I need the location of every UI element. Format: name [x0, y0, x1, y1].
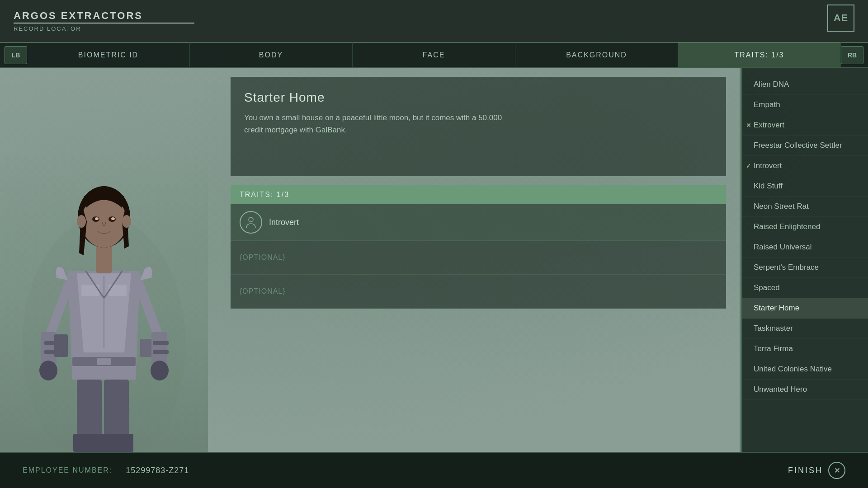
bottom-bar: EMPLOYEE NUMBER: 15299783-Z271 FINISH ✕ [0, 452, 868, 488]
sidebar-item-raised-enlightened[interactable]: Raised Enlightened [742, 217, 868, 237]
taskmaster-label: Taskmaster [754, 324, 793, 333]
finish-label: FINISH [788, 466, 823, 475]
trait-slot-2[interactable]: {OPTIONAL} [231, 241, 726, 275]
ae-logo: AE [827, 5, 854, 32]
svg-point-20 [111, 217, 115, 220]
sidebar-item-empath[interactable]: Empath [742, 95, 868, 115]
unwanted-hero-label: Unwanted Hero [754, 385, 807, 394]
raised-enlightened-label: Raised Enlightened [754, 222, 820, 231]
raised-universal-label: Raised Universal [754, 243, 812, 252]
svg-rect-3 [73, 434, 105, 452]
svg-point-31 [249, 217, 253, 222]
svg-point-21 [77, 215, 86, 228]
sidebar-item-extrovert[interactable]: ✕ Extrovert [742, 115, 868, 136]
sidebar-item-neon-street-rat[interactable]: Neon Street Rat [742, 197, 868, 217]
trait-title: Starter Home [244, 90, 712, 105]
united-colonies-label: United Colonies Native [754, 365, 832, 374]
serpents-embrace-label: Serpent's Embrace [754, 263, 819, 272]
rb-button[interactable]: RB [841, 46, 863, 64]
sidebar-item-introvert[interactable]: ✓ Introvert [742, 156, 868, 176]
main-content: Starter Home You own a small house on a … [0, 68, 868, 452]
spaced-label: Spaced [754, 283, 780, 292]
trait-slot-1-name: Introvert [269, 218, 299, 227]
sidebar-item-alien-dna[interactable]: Alien DNA [742, 75, 868, 95]
header-left: ARGOS EXTRACTORS RECORD LOCATOR [14, 10, 194, 32]
sidebar-item-raised-universal[interactable]: Raised Universal [742, 237, 868, 258]
lb-button[interactable]: LB [5, 46, 27, 64]
trait-slot-3[interactable]: {OPTIONAL} [231, 275, 726, 309]
svg-point-19 [95, 217, 99, 220]
header-bar: ARGOS EXTRACTORS RECORD LOCATOR AE [0, 0, 868, 43]
neon-street-rat-label: Neon Street Rat [754, 202, 809, 211]
finish-icon-circle: ✕ [828, 462, 845, 479]
traits-section: TRAITS: 1/3 Introvert {OPTIONAL} [231, 185, 726, 309]
starter-home-label: Starter Home [754, 304, 799, 313]
svg-point-13 [151, 361, 169, 380]
svg-rect-30 [153, 350, 169, 354]
sidebar-item-terra-firma[interactable]: Terra Firma [742, 339, 868, 359]
svg-rect-4 [102, 434, 133, 452]
svg-point-22 [122, 215, 131, 228]
sidebar-item-starter-home[interactable]: Starter Home [742, 298, 868, 319]
kid-stuff-label: Kid Stuff [754, 182, 783, 191]
extrovert-x-mark: ✕ [746, 122, 751, 129]
trait-slot-2-name: {OPTIONAL} [240, 253, 286, 262]
record-locator: RECORD LOCATOR [14, 25, 194, 32]
portrait-area [0, 68, 217, 452]
svg-rect-29 [153, 341, 169, 345]
svg-rect-27 [44, 341, 60, 345]
finish-button[interactable]: FINISH ✕ [788, 462, 845, 479]
introvert-check-mark: ✓ [746, 162, 751, 169]
character-portrait [14, 163, 194, 452]
sidebar-item-spaced[interactable]: Spaced [742, 278, 868, 298]
sidebar-item-unwanted-hero[interactable]: Unwanted Hero [742, 380, 868, 400]
finish-x-icon: ✕ [834, 466, 840, 475]
tab-background[interactable]: BACKGROUND [515, 42, 678, 67]
svg-rect-28 [44, 350, 60, 354]
trait-slot-1[interactable]: Introvert [231, 204, 726, 241]
trait-description-text: You own a small house on a peaceful litt… [244, 112, 515, 136]
employee-number: 15299783-Z271 [126, 466, 189, 475]
svg-point-11 [39, 361, 57, 380]
trait-description-panel: Starter Home You own a small house on a … [231, 77, 726, 176]
sidebar-item-taskmaster[interactable]: Taskmaster [742, 319, 868, 339]
sidebar-item-united-colonies[interactable]: United Colonies Native [742, 359, 868, 380]
tab-body[interactable]: BODY [190, 42, 353, 67]
freestar-label: Freestar Collective Settler [754, 141, 842, 150]
trait-icon-introvert [240, 211, 262, 234]
sidebar-item-kid-stuff[interactable]: Kid Stuff [742, 176, 868, 197]
alien-dna-label: Alien DNA [754, 80, 789, 89]
tab-face[interactable]: FACE [353, 42, 515, 67]
introvert-label: Introvert [754, 161, 782, 170]
sidebar-item-freestar[interactable]: Freestar Collective Settler [742, 136, 868, 156]
center-panel: Starter Home You own a small house on a … [217, 68, 740, 452]
empath-label: Empath [754, 100, 780, 109]
terra-firma-label: Terra Firma [754, 344, 793, 353]
company-title: ARGOS EXTRACTORS [14, 10, 194, 23]
sidebar-item-serpents-embrace[interactable]: Serpent's Embrace [742, 258, 868, 278]
traits-list-sidebar: Alien DNA Empath ✕ Extrovert Freestar Co… [741, 68, 868, 452]
extrovert-label: Extrovert [754, 121, 784, 130]
traits-header: TRAITS: 1/3 [231, 185, 726, 204]
nav-tabs: LB BIOMETRIC ID BODY FACE BACKGROUND TRA… [0, 43, 868, 68]
svg-rect-24 [140, 339, 151, 357]
tab-biometric[interactable]: BIOMETRIC ID [27, 42, 190, 67]
employee-label: EMPLOYEE NUMBER: [23, 466, 112, 474]
tab-traits[interactable]: TRAITS: 1/3 [678, 42, 841, 67]
svg-rect-9 [97, 358, 111, 365]
trait-slot-3-name: {OPTIONAL} [240, 287, 286, 296]
